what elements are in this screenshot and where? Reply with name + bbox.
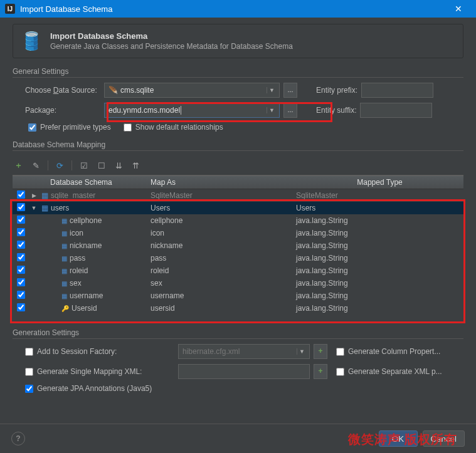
entity-prefix-input[interactable] bbox=[361, 83, 433, 98]
refresh-icon[interactable]: ⟳ bbox=[55, 160, 65, 172]
banner-title: Import Database Schema bbox=[50, 31, 293, 41]
chevron-down-icon[interactable]: ▼ bbox=[297, 348, 309, 355]
datasource-icon: 🪶 bbox=[108, 86, 118, 95]
dialog-footer: ? OK Cancel bbox=[0, 424, 476, 453]
help-icon[interactable]: ? bbox=[11, 432, 25, 445]
col-props-check[interactable]: Generate Column Propert... bbox=[336, 347, 440, 356]
section-mapping: Database Schema Mapping bbox=[13, 140, 463, 151]
col-schema: Database Schema bbox=[13, 178, 151, 187]
add-icon[interactable]: ＋ bbox=[13, 159, 24, 172]
single-xml-input[interactable] bbox=[178, 364, 310, 379]
datasource-combo[interactable]: 🪶 cms.sqlite ▼ bbox=[104, 83, 280, 98]
schema-icon: 🛢️ bbox=[21, 31, 43, 51]
single-xml-add-button[interactable]: + bbox=[314, 364, 327, 379]
sep-xml-check[interactable]: Generate Separate XML p... bbox=[336, 367, 442, 376]
prefer-primitive-box[interactable] bbox=[28, 123, 36, 132]
session-factory-check[interactable]: Add to Session Factory: bbox=[13, 347, 174, 356]
row-check[interactable] bbox=[17, 190, 25, 199]
schema-name: sqlite_master bbox=[51, 191, 95, 200]
highlight-box bbox=[10, 199, 465, 323]
prefer-primitive-check[interactable]: Prefer primitive types bbox=[28, 123, 111, 132]
label-entity-prefix: Entity prefix: bbox=[316, 86, 357, 95]
col-mapas: Map As bbox=[151, 178, 296, 187]
session-file-combo[interactable]: hibernate.cfg.xml ▼ bbox=[178, 344, 310, 359]
jpa-check[interactable]: Generate JPA Annotations (Java5) bbox=[13, 384, 174, 393]
show-default-rel-check[interactable]: Show default relationships bbox=[124, 123, 223, 132]
mapping-table-header: Database Schema Map As Mapped Type bbox=[13, 175, 463, 189]
chevron-down-icon[interactable]: ▼ bbox=[267, 87, 279, 93]
titlebar: IJ Import Database Schema ✕ bbox=[0, 0, 476, 18]
expand-all-icon[interactable]: ⇊ bbox=[114, 160, 124, 172]
table-icon: ▦ bbox=[41, 191, 48, 200]
section-generation: Generation Settings bbox=[13, 328, 463, 339]
collapse-all-icon[interactable]: ⇈ bbox=[130, 160, 141, 172]
close-icon[interactable]: ✕ bbox=[446, 4, 471, 14]
cancel-button[interactable]: Cancel bbox=[423, 430, 465, 447]
banner-desc: Generate Java Classes and Persistence Me… bbox=[50, 42, 293, 51]
datasource-value: cms.sqlite bbox=[120, 86, 154, 95]
col-mapped: Mapped Type bbox=[296, 178, 463, 187]
header-banner: 🛢️ Import Database Schema Generate Java … bbox=[13, 24, 463, 58]
label-package: Package: bbox=[13, 106, 100, 115]
window-title: Import Database Schema bbox=[20, 4, 446, 14]
app-icon: IJ bbox=[5, 4, 15, 14]
entity-suffix-input[interactable] bbox=[360, 103, 432, 118]
label-datasource: Choose Data Source: bbox=[13, 86, 100, 95]
map-as: SqliteMaster bbox=[151, 191, 296, 200]
select-all-icon[interactable]: ☑ bbox=[78, 160, 90, 172]
datasource-browse[interactable]: ... bbox=[283, 83, 297, 98]
session-add-button[interactable]: + bbox=[314, 344, 327, 359]
show-default-rel-box[interactable] bbox=[124, 123, 132, 132]
section-general: General Settings bbox=[13, 67, 463, 78]
single-xml-check[interactable]: Generate Single Mapping XML: bbox=[13, 367, 174, 376]
mapped-type: SqliteMaster bbox=[296, 191, 463, 200]
deselect-all-icon[interactable]: ☐ bbox=[96, 160, 107, 172]
mapping-toolbar: ＋ ✎ ⟳ ☑ ☐ ⇊ ⇈ bbox=[13, 156, 463, 175]
highlight-box bbox=[107, 102, 332, 122]
ok-button[interactable]: OK bbox=[379, 430, 418, 447]
edit-icon[interactable]: ✎ bbox=[31, 160, 41, 172]
expand-icon[interactable]: ▶ bbox=[29, 192, 39, 199]
